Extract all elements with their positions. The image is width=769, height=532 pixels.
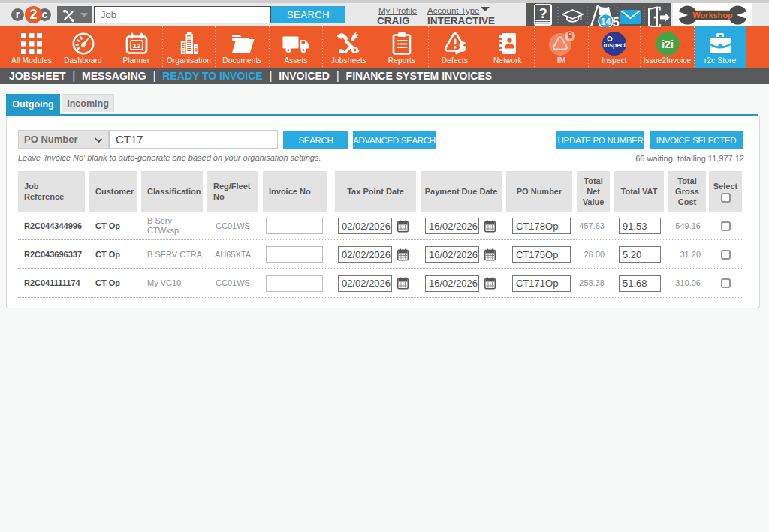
svg-text:inspect: inspect (604, 41, 626, 49)
svg-text:?: ? (538, 5, 547, 21)
svg-text:12: 12 (132, 41, 140, 50)
svg-text:i2i: i2i (662, 38, 674, 50)
svg-text:5: 5 (613, 15, 620, 27)
svg-text:14: 14 (601, 16, 611, 26)
svg-text:Workshop: Workshop (692, 11, 733, 20)
